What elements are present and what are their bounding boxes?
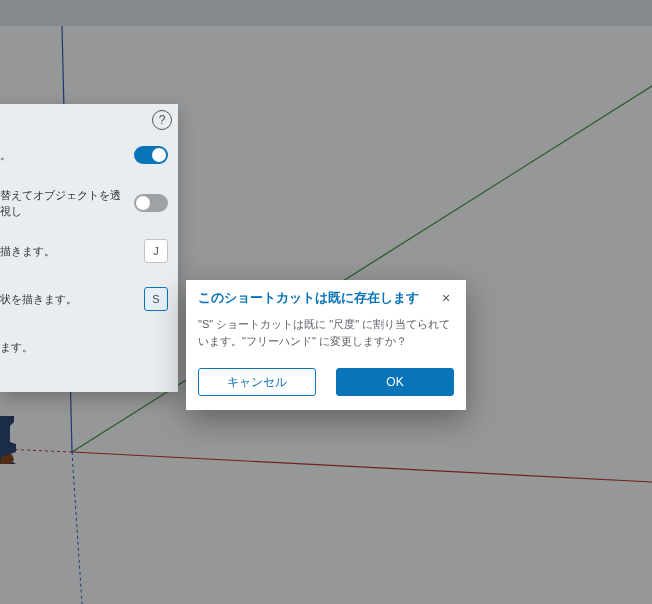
toggle-2[interactable] (134, 194, 168, 212)
shortcut-key-field[interactable]: J (144, 239, 168, 263)
cancel-button[interactable]: キャンセル (198, 368, 316, 396)
setting-row-toggle-1: 。 (0, 138, 168, 172)
panel-header: ? (0, 104, 178, 132)
setting-label: ます。 (0, 339, 168, 356)
help-icon[interactable]: ? (152, 110, 172, 130)
setting-row-shortcut-1: 描きます。 J (0, 234, 168, 268)
setting-row-shortcut-3: ます。 (0, 330, 168, 364)
ok-button[interactable]: OK (336, 368, 454, 396)
modal-footer: キャンセル OK (186, 360, 466, 410)
toggle-1[interactable] (134, 146, 168, 164)
modal-header: このショートカットは既に存在します × (186, 280, 466, 316)
setting-row-toggle-2: 替えてオブジェクトを透視し (0, 186, 168, 220)
setting-label: 。 (0, 147, 134, 164)
modal-title: このショートカットは既に存在します (198, 289, 438, 307)
panel-body: 。 替えてオブジェクトを透視し 描きます。 J 状を描きます。 S ます。 (0, 132, 178, 392)
modal-body-text: "S" ショートカットは既に "尺度" に割り当てられています。"フリーハンド"… (186, 316, 466, 360)
settings-panel: ? 。 替えてオブジェクトを透視し 描きます。 J 状を描きます。 S ます。 (0, 104, 178, 392)
setting-label: 描きます。 (0, 243, 144, 260)
setting-label: 替えてオブジェクトを透視し (0, 187, 134, 220)
setting-label: 状を描きます。 (0, 291, 144, 308)
shortcut-conflict-modal: このショートカットは既に存在します × "S" ショートカットは既に "尺度" … (186, 280, 466, 410)
shortcut-key-field-selected[interactable]: S (144, 287, 168, 311)
close-icon[interactable]: × (438, 290, 454, 306)
setting-row-shortcut-2: 状を描きます。 S (0, 282, 168, 316)
